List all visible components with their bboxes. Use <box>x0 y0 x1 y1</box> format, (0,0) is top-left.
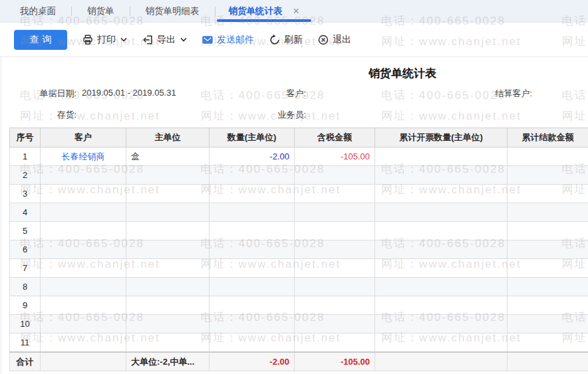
table-cell: 4 <box>10 203 41 222</box>
filter-date-value: 2019.05.01 - 2019.05.31 <box>82 88 176 98</box>
app-window: 我的桌面 销货单 销货单明细表 销货单统计表 × 查询 <box>0 0 588 374</box>
table-cell <box>126 259 210 278</box>
tab-sales-order[interactable]: 销货单 <box>72 0 130 22</box>
table-cell <box>508 352 588 371</box>
chevron-down-icon <box>180 37 187 42</box>
filter-date-label: 单据日期: <box>39 88 76 100</box>
table-cell <box>126 222 210 240</box>
table-cell <box>126 315 210 333</box>
table-cell <box>41 240 126 259</box>
table-cell <box>295 240 375 259</box>
exit-label: 退出 <box>333 34 351 46</box>
table-cell <box>41 185 126 203</box>
active-tab-underline <box>217 19 311 22</box>
table-cell <box>41 296 126 315</box>
table-cell <box>41 278 126 296</box>
customer-link[interactable]: 长春经销商 <box>62 151 105 161</box>
exit-button[interactable]: 退出 <box>317 34 351 46</box>
table-cell <box>375 203 508 222</box>
table-row: 9 <box>10 296 588 315</box>
table-cell: 2 <box>10 166 41 185</box>
table-cell: 盒 <box>126 147 210 166</box>
table-cell: 11 <box>10 333 41 353</box>
table-row: 10 <box>10 315 588 333</box>
column-header: 含税金额 <box>295 128 375 147</box>
table-cell <box>508 315 588 333</box>
table-row: 4 <box>10 203 588 222</box>
table-cell <box>126 166 210 185</box>
print-button[interactable]: 打印 <box>82 34 127 46</box>
page-title: 销货单统计表 <box>368 66 436 81</box>
table-cell <box>41 203 126 222</box>
table-cell: -105.00 <box>295 147 375 166</box>
table-header-row: 序号客户主单位数量(主单位)含税金额累计开票数量(主单位)累计结款金额 <box>10 128 588 147</box>
tab-label: 销货单统计表 <box>229 5 283 17</box>
table-cell <box>126 185 210 203</box>
watermark-text: 电话：400-665-0028 <box>562 88 588 103</box>
table-cell <box>295 185 375 203</box>
table-row: 6 <box>10 240 588 259</box>
filter-stock-label: 存货: <box>57 109 76 121</box>
table-cell <box>41 352 126 371</box>
export-button[interactable]: 导出 <box>142 34 187 46</box>
table-cell: 6 <box>10 240 41 259</box>
table-cell: 3 <box>10 185 41 203</box>
table-cell: -105.00 <box>295 352 375 371</box>
send-email-label: 发送邮件 <box>217 34 254 46</box>
table-cell <box>126 333 210 353</box>
table-cell <box>508 147 588 166</box>
window-edge <box>1 23 1 374</box>
watermark-text: 网址：www.chanjet.net <box>20 108 160 124</box>
exit-icon <box>317 34 329 46</box>
table-cell: 合计 <box>10 352 41 371</box>
tab-sales-order-stats[interactable]: 销货单统计表 × <box>216 0 313 22</box>
table-cell <box>210 166 295 185</box>
close-icon[interactable]: × <box>293 6 299 17</box>
tab-sales-order-detail[interactable]: 销货单明细表 <box>130 0 215 22</box>
table-cell <box>508 240 588 259</box>
table-cell <box>375 222 508 240</box>
tab-label: 销货单明细表 <box>146 5 200 17</box>
tab-my-desktop[interactable]: 我的桌面 <box>5 0 71 22</box>
table-row: 3 <box>10 185 588 203</box>
table-cell <box>375 296 508 315</box>
table-row: 7 <box>10 259 588 278</box>
chevron-down-icon <box>120 37 127 42</box>
table-cell <box>210 333 295 353</box>
watermark-text: 网址：www.chanjet.net <box>201 108 341 124</box>
table-cell <box>295 203 375 222</box>
table-cell <box>508 222 588 240</box>
table-cell <box>295 278 375 296</box>
tab-label: 我的桌面 <box>20 5 56 17</box>
table-cell <box>375 333 508 353</box>
table-cell: 8 <box>10 278 41 296</box>
refresh-label: 刷新 <box>284 34 303 46</box>
watermark-text: 网址：www.chanjet.net <box>562 108 588 124</box>
table-cell <box>210 296 295 315</box>
table-cell: 9 <box>10 296 41 315</box>
table-cell <box>508 259 588 278</box>
table-cell <box>508 166 588 185</box>
table-cell <box>126 296 210 315</box>
column-header: 客户 <box>41 128 126 147</box>
watermark-text: 电话：400-665-0028 <box>381 88 506 103</box>
table-cell <box>126 278 210 296</box>
table-cell <box>126 203 210 222</box>
filter-settle-customer-label: 结算客户: <box>495 88 532 100</box>
table-row: 11 <box>10 333 588 353</box>
query-button[interactable]: 查询 <box>14 30 67 50</box>
send-email-button[interactable]: 发送邮件 <box>202 34 254 46</box>
refresh-button[interactable]: 刷新 <box>269 34 303 46</box>
table-cell <box>375 315 508 333</box>
table-cell <box>210 222 295 240</box>
table-cell <box>508 185 588 203</box>
toolbar: 查询 打印 <box>0 23 588 57</box>
total-row: 合计大单位:-2,中单...-2.00-105.00 <box>10 352 588 371</box>
table-cell: 5 <box>10 222 41 240</box>
table-cell <box>375 352 508 371</box>
table-cell <box>41 166 126 185</box>
table-row: 5 <box>10 222 588 240</box>
table-cell <box>41 259 126 278</box>
export-icon <box>142 34 154 46</box>
table-cell <box>375 147 508 166</box>
